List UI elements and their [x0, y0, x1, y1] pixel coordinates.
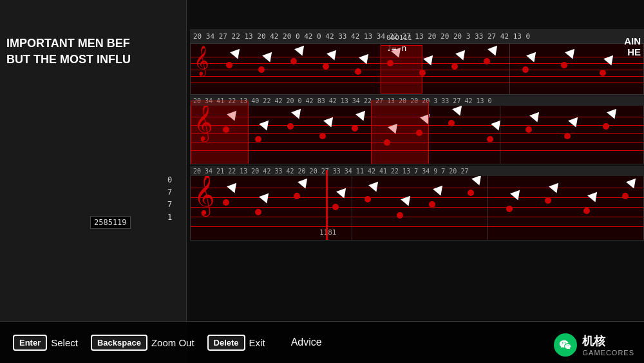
v-sep	[500, 101, 500, 164]
wechat-icon	[554, 333, 577, 357]
note	[468, 190, 474, 196]
sidebar-num-3: 7	[167, 199, 172, 211]
arrow	[368, 182, 381, 194]
text-line1: IMPORTANT MEN BEF	[6, 35, 131, 52]
v-sep	[487, 170, 488, 240]
enter-key[interactable]: Enter	[13, 335, 47, 351]
note	[451, 63, 458, 70]
top-right-overlay: AIN HE	[624, 35, 641, 57]
arrow	[626, 179, 639, 191]
notes-row-3	[216, 170, 643, 240]
note	[622, 193, 629, 199]
backspace-control: Backspace Zoom Out	[91, 335, 194, 351]
note	[545, 197, 551, 204]
note	[487, 136, 493, 142]
arrow	[298, 179, 310, 191]
sidebar-num-2: 7	[167, 186, 172, 199]
arrow	[549, 183, 562, 195]
logo-cn: 机核	[582, 333, 605, 349]
arrow	[259, 121, 272, 133]
note	[583, 208, 590, 214]
arrow	[259, 193, 272, 206]
note	[290, 58, 297, 64]
arrow	[230, 49, 243, 61]
arrow	[401, 196, 413, 208]
delete-control: Delete Exit	[207, 335, 265, 351]
arrow	[359, 54, 372, 66]
arrow	[491, 121, 504, 133]
id-counter: 000111	[386, 34, 412, 42]
note	[564, 133, 571, 139]
note	[397, 212, 403, 219]
note	[319, 133, 326, 139]
music-section-3: 𝄞 1181	[190, 170, 644, 240]
note	[603, 123, 609, 130]
note	[258, 66, 265, 73]
backspace-label: Zoom Out	[151, 337, 194, 348]
arrow	[603, 55, 616, 68]
arrow	[488, 46, 500, 58]
red-bar	[326, 170, 328, 240]
small-counter: 1181	[319, 228, 337, 237]
arrow	[529, 112, 542, 124]
arrow	[607, 109, 620, 121]
logo-text-group: 机核 GAMECORES	[582, 333, 634, 357]
beat-highlight-2b	[371, 101, 429, 164]
note	[526, 126, 532, 133]
arrow	[526, 52, 539, 64]
arrow	[355, 111, 368, 123]
arrow	[568, 117, 581, 130]
bottom-bar: Enter Select Backspace Zoom Out Delete E…	[0, 321, 644, 363]
sidebar-num-4: 1	[167, 211, 172, 224]
logo-area: 机核 GAMECORES	[554, 333, 634, 357]
arrow	[510, 190, 523, 202]
note	[352, 125, 358, 132]
note	[223, 199, 229, 206]
delete-key[interactable]: Delete	[207, 335, 245, 351]
logo-en: GAMECORES	[582, 349, 634, 357]
numbers-3: 20 34 21 22 13 20 42 33 42 20 20 27 33 3…	[193, 168, 468, 175]
note	[355, 68, 361, 75]
text-line2: BUT THE MOST INFLU	[6, 52, 131, 68]
left-panel: IMPORTANT MEN BEF BUT THE MOST INFLU 258…	[0, 0, 187, 363]
note	[332, 204, 339, 210]
top-right-line2: HE	[624, 46, 641, 57]
bpm-display: ♩= n	[386, 43, 406, 53]
arrow	[327, 50, 339, 63]
music-section-1: 𝄞	[190, 43, 644, 95]
numbers-strip-3: 20 34 21 22 13 20 42 33 42 20 20 27 33 3…	[190, 166, 644, 176]
arrow	[587, 192, 600, 204]
arrow	[291, 109, 304, 121]
arrow	[294, 46, 307, 58]
note	[255, 136, 261, 142]
note	[600, 70, 606, 76]
wechat-svg	[558, 338, 573, 352]
arrow	[452, 106, 465, 118]
note	[484, 58, 490, 64]
v-sep	[352, 170, 352, 240]
note	[226, 62, 232, 68]
enter-label: Select	[51, 337, 78, 348]
arrow	[471, 175, 484, 188]
arrow	[323, 117, 336, 130]
note	[365, 196, 371, 202]
text-overlay: IMPORTANT MEN BEF BUT THE MOST INFLU	[6, 35, 131, 68]
top-right-line1: AIN	[624, 35, 641, 46]
arrow	[336, 188, 349, 201]
backspace-key[interactable]: Backspace	[91, 335, 147, 351]
enter-control: Enter Select	[13, 335, 78, 351]
arrow	[455, 50, 468, 63]
arrow	[227, 183, 240, 195]
music-section-2: 𝄞	[190, 100, 644, 164]
v-sep	[509, 44, 510, 94]
note	[522, 66, 529, 73]
note	[448, 120, 455, 126]
arrow	[423, 55, 436, 68]
notes-row-1	[213, 44, 643, 94]
note	[323, 63, 329, 70]
arrow	[262, 52, 275, 64]
beat-highlight-2a	[191, 101, 249, 164]
notes-row-2	[216, 101, 643, 164]
arrow	[433, 186, 446, 198]
numbers-1: 20 34 27 22 13 20 42 20 0 42 0 42 33 42 …	[193, 32, 530, 41]
